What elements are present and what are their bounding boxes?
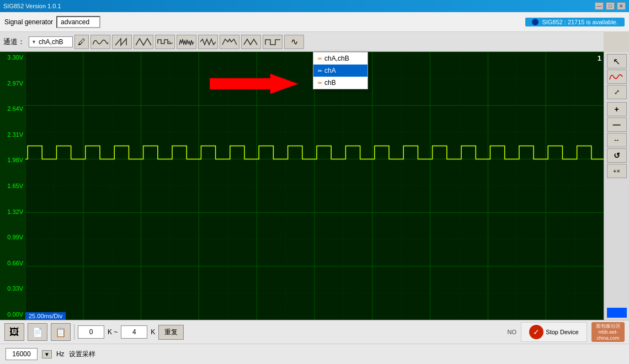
paintbrush-button[interactable]: 🖊 — [74, 35, 89, 49]
status-dot — [532, 19, 539, 25]
y-label-3: 2.31V — [2, 131, 23, 138]
sample-row: ▼ Hz 设置采样 — [0, 344, 629, 364]
pencil-icon-1: ✏ — [318, 56, 322, 62]
k-input-2[interactable] — [121, 325, 147, 339]
set-sample-label: 设置采样 — [69, 350, 95, 359]
k-input-1[interactable] — [78, 325, 104, 339]
wave-arb1-button[interactable] — [198, 35, 218, 49]
expand-button[interactable]: ⤢ — [607, 85, 627, 99]
dropdown-label-chA: chA — [324, 67, 336, 74]
wave-triangle-button[interactable] — [134, 35, 153, 49]
wave-sine-button[interactable] — [90, 35, 110, 49]
channel-dropdown-menu: ✏ chA,chB ✏ chA ✏ chB — [313, 52, 368, 89]
wave-arb2-button[interactable] — [220, 35, 239, 49]
title-bar-controls: — □ ✕ — [595, 2, 626, 10]
separator-1 — [74, 324, 74, 340]
y-label-6: 1.32V — [2, 208, 23, 215]
pencil-icon-2: ✏ — [318, 68, 322, 74]
dropdown-item-chA-chB[interactable]: ✏ chA,chB — [313, 52, 367, 65]
plus-x-button[interactable]: +× — [607, 164, 627, 178]
y-label-2: 2.64V — [2, 105, 23, 112]
y-label-5: 1.65V — [2, 183, 23, 189]
k-label-2: K — [151, 328, 155, 336]
advanced-input[interactable] — [56, 16, 100, 28]
title-bar: SIG852 Version 1.0.1 — □ ✕ — [0, 0, 629, 12]
wave-sin-button[interactable]: ∿ — [284, 35, 304, 49]
zoom-in-h-button[interactable]: ↔ — [607, 133, 627, 147]
menu-toolbar: Signal generator SIG852 : 21715 is avail… — [0, 12, 629, 32]
dropdown-label-chB: chB — [324, 79, 336, 87]
dropdown-item-chB[interactable]: ✏ chB — [313, 77, 367, 89]
maximize-button[interactable]: □ — [606, 2, 615, 10]
channel-selected: chA,chB — [39, 38, 63, 46]
jpg-button[interactable]: 🖼 — [4, 323, 24, 341]
time-label: 25.00ms/Div — [25, 312, 66, 320]
zoom-in-v-button[interactable]: + — [607, 102, 627, 116]
app-title: SIG852 Version 1.0.1 — [3, 3, 61, 9]
cursor-number: 1 — [598, 54, 601, 62]
y-label-4: 1.98V — [2, 157, 23, 163]
reset-button[interactable]: ↺ — [607, 148, 627, 163]
wave-noise-square-button[interactable] — [155, 35, 175, 49]
cursor-tool-button[interactable]: ↖ — [607, 54, 627, 68]
dropdown-item-chA[interactable]: ✏ chA — [313, 65, 367, 77]
chart-area: 3.30V 2.97V 2.64V 2.31V 1.98V 1.65V 1.32… — [0, 52, 604, 320]
channel-dropdown[interactable]: ▼ chA,chB — [29, 36, 73, 47]
no-label: NO — [508, 329, 517, 335]
sample-hz-label: Hz — [56, 350, 65, 358]
y-label-7: 0.99V — [2, 234, 23, 240]
stop-icon: ✓ — [529, 325, 543, 339]
watermark: 面包板社区mbb.eet-china.com — [591, 322, 625, 342]
right-toolbar: ↖ ⤢ + — ↔ ↺ +× — [604, 52, 629, 320]
close-button[interactable]: ✕ — [617, 2, 626, 10]
repeat-button[interactable]: 重复 — [158, 325, 184, 340]
y-label-0: 3.30V — [2, 54, 23, 61]
signal-generator-label: Signal generator — [4, 18, 53, 26]
wave-zoom-button[interactable] — [607, 69, 627, 84]
y-label-8: 0.66V — [2, 260, 23, 266]
zoom-out-v-button[interactable]: — — [607, 117, 627, 132]
status-text: SIG852 : 21715 is available. — [542, 19, 618, 25]
wave-arb3-button[interactable] — [241, 35, 261, 49]
minimize-button[interactable]: — — [595, 2, 604, 10]
dropdown-label-chAchB: chA,chB — [324, 55, 349, 62]
y-label-9: 0.33V — [2, 285, 23, 292]
arrow-overlay — [210, 73, 298, 97]
stop-device-label: Stop Device — [546, 329, 578, 335]
channel-label: 通道： — [3, 37, 25, 47]
sample-dropdown-arrow[interactable]: ▼ — [42, 350, 52, 358]
export1-button[interactable]: 📄 — [28, 323, 47, 341]
pencil-icon-3: ✏ — [318, 80, 322, 86]
y-label-10: 0.00V — [2, 311, 23, 318]
wave-ramp-button[interactable] — [112, 35, 132, 49]
export2-button[interactable]: 📋 — [51, 323, 71, 341]
sample-rate-input[interactable] — [6, 348, 38, 360]
svg-marker-33 — [210, 74, 298, 94]
title-bar-left: SIG852 Version 1.0.1 — [3, 3, 61, 9]
stop-device-button[interactable]: ✓ Stop Device — [521, 322, 587, 342]
bottom-controls: 🖼 📄 📋 K ~ K 重复 NO ✓ Stop Device 面包板社区mbb… — [0, 320, 629, 344]
waveform-toolbar: 通道： ▼ chA,chB 🖊 — [0, 32, 604, 52]
chart-svg — [25, 52, 604, 320]
wave-pulse-button[interactable] — [263, 35, 282, 49]
k-label-1: K ~ — [108, 328, 118, 336]
wave-dots-button[interactable] — [177, 35, 196, 49]
y-axis: 3.30V 2.97V 2.64V 2.31V 1.98V 1.65V 1.32… — [0, 52, 25, 320]
bottom-bar: 🖼 📄 📋 K ~ K 重复 NO ✓ Stop Device 面包板社区mbb… — [0, 320, 629, 364]
y-label-1: 2.97V — [2, 80, 23, 87]
scroll-indicator[interactable] — [607, 308, 627, 318]
